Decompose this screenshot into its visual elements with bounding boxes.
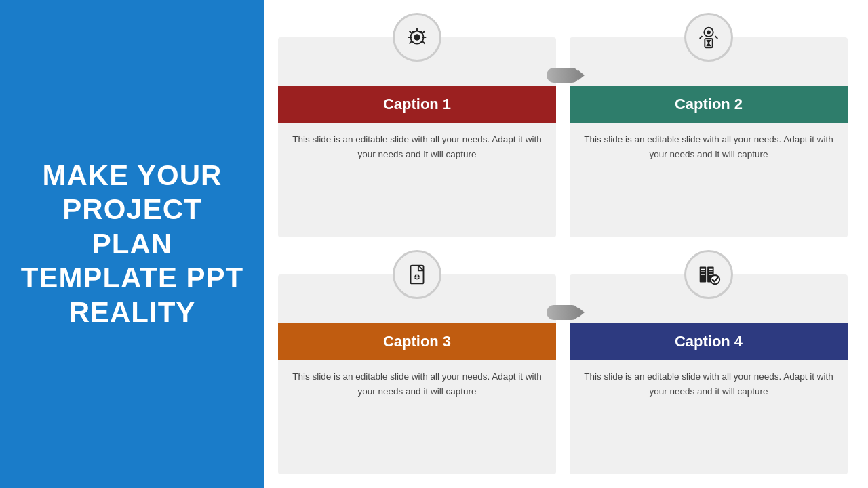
card-1-icon-circle [393,13,441,62]
card-3-caption-bar: Caption 3 [278,323,556,360]
card-2: Caption 2 This slide is an editable slid… [570,37,848,237]
card-2-caption: Caption 2 [675,96,743,113]
connector-pill-1 [547,68,579,83]
card-1: Caption 1 This slide is an editable slid… [278,37,556,237]
svg-line-14 [700,36,703,39]
card-2-icon-circle [684,13,733,62]
card-3-body: Caption 3 This slide is an editable slid… [278,323,556,405]
connector-pill-2 [547,305,579,320]
card-4-description: This slide is an editable slide with all… [570,360,848,405]
svg-point-9 [412,31,414,34]
card-3-caption: Caption 3 [383,333,451,350]
svg-line-2 [410,31,412,34]
svg-line-7 [422,41,425,44]
card-1-body: Caption 1 This slide is an editable slid… [278,86,556,168]
cards-row-1: Caption 1 This slide is an editable slid… [278,37,848,237]
svg-line-6 [410,41,412,44]
card-3-icon-circle [393,250,441,299]
svg-point-12 [707,30,711,35]
svg-point-10 [420,31,422,34]
card-2-body: Caption 2 This slide is an editable slid… [570,86,848,168]
card-4-caption-bar: Caption 4 [570,323,848,360]
card-1-caption-bar: Caption 1 [278,86,556,123]
svg-point-1 [414,34,420,41]
document-icon [404,262,430,287]
bug-icon [404,24,430,50]
cards-row-2: Caption 3 This slide is an editable slid… [278,274,848,474]
thinking-icon [696,24,722,50]
main-title: MAKE YOUR PROJECT PLAN TEMPLATE PPT REAL… [20,159,244,329]
card-3-description: This slide is an editable slide with all… [278,360,556,405]
card-1-caption: Caption 1 [383,96,451,113]
card-4-caption: Caption 4 [675,333,743,350]
svg-line-15 [715,36,718,39]
card-2-description: This slide is an editable slide with all… [570,123,848,168]
left-panel: MAKE YOUR PROJECT PLAN TEMPLATE PPT REAL… [0,0,264,488]
card-4-icon-circle [684,250,733,299]
right-panel: Caption 1 This slide is an editable slid… [264,0,868,488]
row-2-connector [547,305,579,320]
card-3: Caption 3 This slide is an editable slid… [278,274,556,474]
card-4: Caption 4 This slide is an editable slid… [570,274,848,474]
card-4-body: Caption 4 This slide is an editable slid… [570,323,848,405]
row-1-connector [547,68,579,83]
card-1-description: This slide is an editable slide with all… [278,123,556,168]
card-2-caption-bar: Caption 2 [570,86,848,123]
svg-line-3 [422,31,425,34]
checklist-icon [696,262,722,287]
